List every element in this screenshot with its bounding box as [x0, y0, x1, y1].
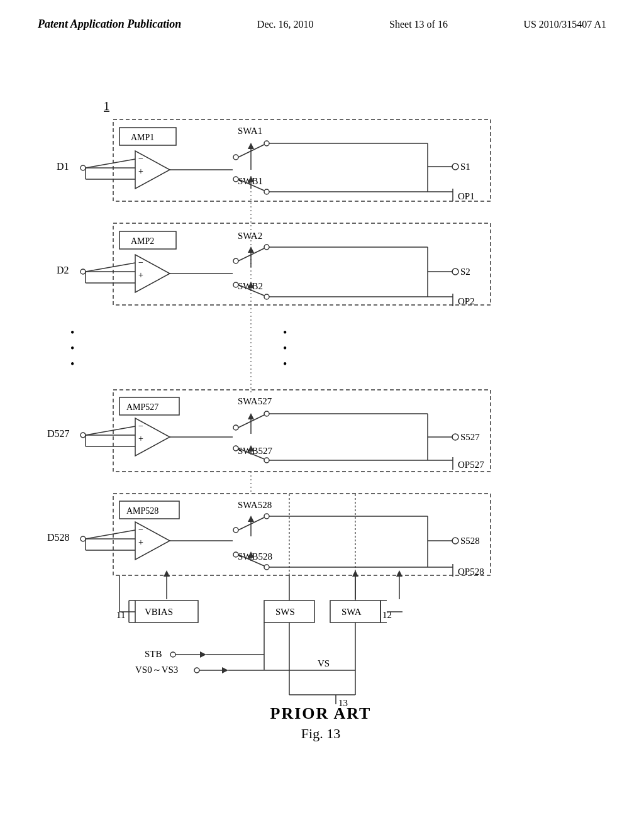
label-swa528: SWA528: [238, 500, 272, 510]
caption-area: PRIOR ART Fig. 13: [38, 704, 604, 742]
header: Patent Application Publication Dec. 16, …: [0, 0, 644, 31]
svg-point-63: [264, 411, 269, 416]
svg-point-89: [264, 514, 269, 519]
amp1-plus: +: [138, 167, 143, 176]
label-vso-vs3: VS0～VS3: [135, 665, 178, 675]
label-sws: SWS: [275, 607, 295, 617]
svg-point-37: [264, 245, 269, 250]
svg-marker-129: [222, 667, 228, 673]
label-swb527: SWB527: [238, 446, 273, 456]
svg-marker-13: [248, 143, 254, 149]
dots-mid-3: •: [283, 358, 287, 370]
label-op2: OP2: [458, 296, 475, 306]
svg-point-101: [452, 538, 458, 544]
svg-marker-91: [248, 516, 254, 522]
fig-label: Fig. 13: [38, 726, 604, 742]
publication-title: Patent Application Publication: [38, 18, 181, 31]
label-stb: STB: [145, 649, 162, 659]
svg-point-35: [233, 258, 238, 263]
label-op1: OP1: [458, 191, 475, 201]
label-s1: S1: [460, 162, 470, 172]
label-amp1: AMP1: [131, 133, 154, 142]
svg-line-7: [86, 159, 135, 168]
label-amp528: AMP528: [126, 506, 158, 516]
svg-line-33: [86, 263, 135, 272]
svg-point-53: [80, 433, 86, 438]
svg-rect-0: [113, 119, 491, 201]
label-d2: D2: [57, 265, 69, 275]
amp1-minus: −: [138, 154, 143, 163]
amp527-minus: −: [138, 421, 143, 431]
svg-rect-78: [113, 494, 491, 575]
svg-marker-121: [396, 570, 402, 577]
svg-rect-52: [113, 390, 491, 472]
dots-3: •: [70, 358, 74, 370]
label-swa1: SWA1: [238, 126, 262, 136]
amp528-minus: −: [138, 525, 143, 534]
svg-point-11: [264, 141, 269, 146]
label-swa2: SWA2: [238, 231, 262, 241]
svg-point-9: [233, 155, 238, 160]
dots-1: •: [70, 326, 74, 339]
label-swa527: SWA527: [238, 396, 272, 406]
dots-mid-1: •: [283, 326, 287, 339]
amp527-plus: +: [138, 434, 143, 443]
label-vbias: VBIAS: [145, 607, 173, 617]
amp528-plus: +: [138, 538, 143, 547]
svg-point-127: [194, 668, 199, 673]
svg-line-85: [86, 530, 135, 539]
label-op527: OP527: [458, 460, 484, 470]
svg-marker-124: [200, 651, 206, 658]
svg-point-79: [80, 536, 86, 541]
patent-number: US 2010/315407 A1: [523, 19, 606, 30]
svg-point-61: [233, 425, 238, 430]
svg-marker-109: [164, 570, 170, 577]
sheet-info: Sheet 13 of 16: [389, 19, 448, 30]
label-s528: S528: [460, 536, 480, 546]
svg-point-75: [452, 434, 458, 440]
amp2-plus: +: [138, 270, 143, 280]
svg-point-49: [452, 268, 458, 275]
label-swa: SWA: [341, 607, 362, 617]
amp2-minus: −: [138, 258, 143, 267]
diagram-area: 1 D1 AMP1 − + SWA1: [38, 88, 604, 780]
label-amp2: AMP2: [131, 236, 154, 246]
svg-rect-26: [113, 223, 491, 305]
label-d1: D1: [57, 161, 69, 172]
svg-point-27: [80, 269, 86, 274]
dots-2: •: [70, 342, 74, 355]
dots-mid-2: •: [283, 342, 287, 355]
label-s527: S527: [460, 432, 480, 442]
svg-marker-65: [248, 413, 254, 419]
svg-point-87: [233, 528, 238, 533]
svg-point-94: [264, 565, 269, 570]
svg-point-68: [264, 458, 269, 463]
label-s2: S2: [460, 267, 470, 277]
svg-point-1: [80, 165, 86, 170]
label-amp527: AMP527: [126, 402, 158, 412]
ref-1: 1: [104, 100, 109, 113]
prior-art-label: PRIOR ART: [38, 704, 604, 723]
publication-date: Dec. 16, 2010: [257, 19, 314, 30]
label-d527: D527: [47, 428, 70, 439]
label-d528: D528: [47, 532, 70, 543]
label-op528: OP528: [458, 567, 484, 577]
label-vs: VS: [318, 658, 330, 668]
page: Patent Application Publication Dec. 16, …: [0, 0, 644, 830]
svg-point-16: [264, 189, 269, 194]
svg-line-59: [86, 426, 135, 435]
svg-point-42: [264, 294, 269, 299]
svg-point-122: [170, 652, 175, 657]
circuit-diagram: 1 D1 AMP1 − + SWA1: [38, 88, 604, 755]
svg-point-23: [452, 163, 458, 170]
